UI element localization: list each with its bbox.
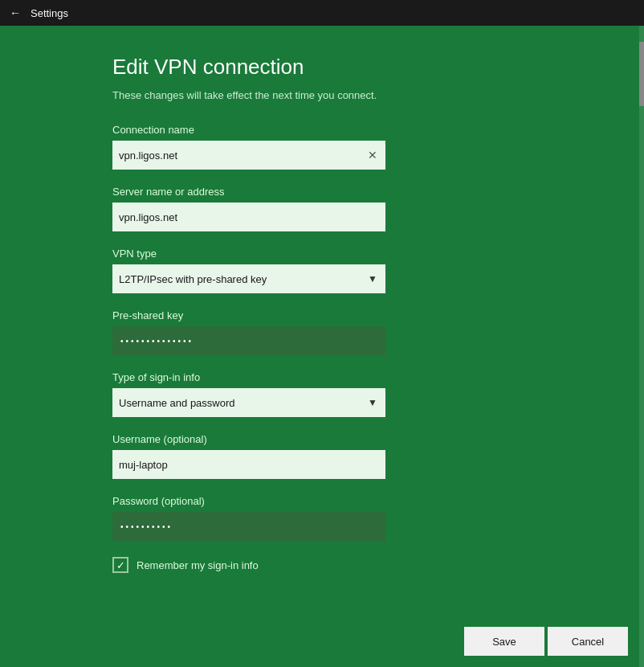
server-name-input-wrapper[interactable] [112,203,385,231]
username-label: Username (optional) [112,433,620,445]
password-dots: •••••••••• [120,522,173,531]
subtitle: These changes will take effect the next … [112,89,644,101]
titlebar: ← Settings [0,0,644,26]
server-name-input[interactable] [119,211,379,223]
remember-signin-label: Remember my sign-in info [137,559,259,571]
titlebar-title: Settings [31,7,68,19]
password-input[interactable]: •••••••••• [112,512,385,541]
scrollbar-track [639,26,644,667]
connection-name-input[interactable] [119,149,366,162]
username-group: Username (optional) [112,433,620,479]
pre-shared-key-group: Pre-shared key •••••••••••••• [112,309,620,355]
back-button[interactable]: ← [10,6,21,19]
connection-name-label: Connection name [112,124,620,136]
server-name-group: Server name or address [112,186,620,231]
remember-signin-checkbox[interactable] [112,557,128,573]
sign-in-type-group: Type of sign-in info Username and passwo… [112,371,620,417]
vpn-type-dropdown-wrapper[interactable]: Automatic L2TP/IPsec with certificate L2… [112,264,385,293]
form-area: Connection name ✕ Server name or address… [112,124,644,616]
password-label: Password (optional) [112,495,620,507]
remember-signin-row: Remember my sign-in info [112,557,620,573]
connection-name-input-wrapper[interactable]: ✕ [112,141,385,170]
connection-name-group: Connection name ✕ [112,124,620,170]
connection-name-clear-button[interactable]: ✕ [366,149,379,161]
vpn-type-group: VPN type Automatic L2TP/IPsec with certi… [112,248,620,293]
username-input[interactable] [119,459,379,471]
sign-in-type-dropdown-wrapper[interactable]: Username and password Smart card One-tim… [112,388,385,417]
username-input-wrapper[interactable] [112,450,385,479]
pre-shared-key-dots: •••••••••••••• [120,337,194,346]
main-content: Edit VPN connection These changes will t… [0,26,644,667]
scrollbar-thumb[interactable] [639,42,644,106]
sign-in-type-select[interactable]: Username and password Smart card One-tim… [119,397,379,409]
bottom-bar: Save Cancel [112,616,644,667]
vpn-type-label: VPN type [112,248,620,260]
pre-shared-key-label: Pre-shared key [112,309,620,321]
cancel-button[interactable]: Cancel [548,627,628,656]
page-title: Edit VPN connection [112,55,644,80]
vpn-type-select[interactable]: Automatic L2TP/IPsec with certificate L2… [119,273,379,285]
password-group: Password (optional) •••••••••• [112,495,620,541]
save-button[interactable]: Save [464,627,544,656]
pre-shared-key-input[interactable]: •••••••••••••• [112,326,385,355]
back-icon: ← [10,6,21,19]
sign-in-type-label: Type of sign-in info [112,371,620,383]
server-name-label: Server name or address [112,186,620,198]
